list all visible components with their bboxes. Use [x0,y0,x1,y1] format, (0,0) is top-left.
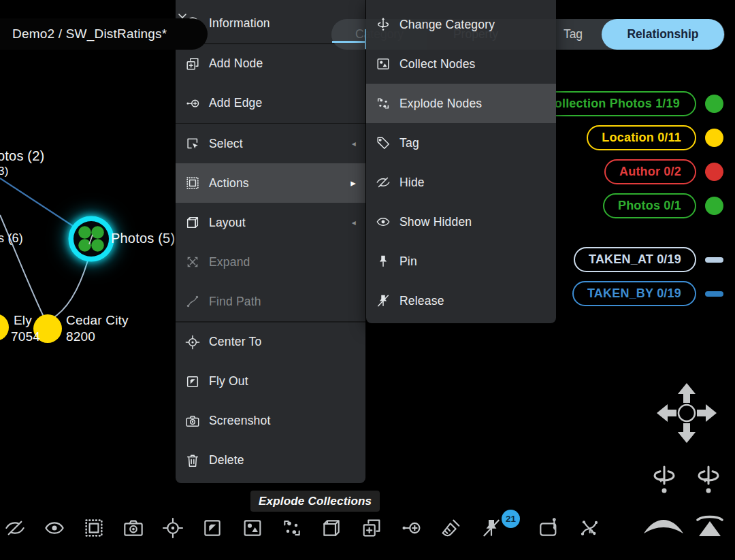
legend-row-location-0-11: Location 0/11 [587,125,723,150]
graph-canvas[interactable]: Collection Photos 1/19Location 0/11Autho… [0,0,735,560]
menu-item-hide[interactable]: Hide [366,163,556,202]
eye-icon [376,214,391,229]
toolbar-eye-button[interactable] [44,517,65,539]
menu-item-label: Change Category [399,18,495,32]
menu-item-center-to[interactable]: Center To [176,323,365,362]
legend-pill[interactable]: TAKEN_BY 0/19 [572,281,696,306]
toolbar-brush-button[interactable] [440,517,462,539]
menu-item-show-hidden[interactable]: Show Hidden [366,202,556,242]
menu-item-label: Screenshot [209,414,271,428]
select-cursor-icon [185,136,200,151]
menu-item-label: Show Hidden [399,215,472,229]
menu-item-screenshot[interactable]: Screenshot [176,401,365,441]
category-tab-underline [332,41,365,43]
center-to-icon [185,335,200,350]
menu-item-delete[interactable]: Delete [176,441,365,480]
menu-item-explode-nodes[interactable]: Explode Nodes [366,84,556,123]
screenshot-camera-icon [185,414,200,429]
menu-item-release[interactable]: Release [366,281,556,320]
menu-item-label: Information [209,16,270,31]
graph-node-label: Ely [14,313,32,328]
menu-item-label: Layout [209,216,246,230]
explode-nodes-icon [281,517,303,539]
tab-relationship[interactable]: Relationship [602,19,724,50]
tooltip: Explode Collections [250,491,380,512]
whiteboard-pen-icon [538,517,560,539]
menu-item-expand[interactable]: Expand [176,242,365,282]
add-edge-icon [185,96,200,111]
menu-item-change-category[interactable]: Change Category [366,5,556,44]
menu-item-select[interactable]: Select◂ [176,124,365,163]
menu-item-label: Collect Nodes [399,57,476,71]
menu-item-fly-out[interactable]: Fly Out [176,362,365,401]
toolbar-whiteboard-pen-button[interactable] [538,517,560,539]
title-menu-button[interactable] [174,7,191,24]
add-edge-icon [400,517,422,539]
menu-item-add-edge[interactable]: Add Edge [176,84,365,123]
ely-node[interactable] [0,314,9,341]
legend-pill[interactable]: TAKEN_AT 0/19 [574,247,696,272]
graph-node-label: Photos (5) [111,231,175,246]
toolbar-eye-off-button[interactable] [4,517,26,539]
legend-pill[interactable]: Author 0/2 [604,159,696,184]
legend-dash-marker[interactable] [705,291,723,297]
menu-item-add-node[interactable]: Add Node [176,44,365,84]
graph-edge[interactable] [51,261,88,319]
toolbar-add-edge-button[interactable] [400,517,422,539]
legend-row-author-0-2: Author 0/2 [604,159,723,184]
add-node-icon [361,517,382,539]
context-menu: InformationAdd NodeAdd EdgeSelect◂Action… [176,0,365,483]
chevron-down-icon [174,7,191,24]
legend-row-photos-0-1: Photos 0/1 [603,193,723,218]
menu-item-label: Hide [399,176,425,190]
photos-collection-node[interactable] [71,218,112,259]
tooltip-text: Explode Collections [259,495,372,508]
legend-circle-marker[interactable] [705,163,723,181]
pin-slash-icon [376,293,391,308]
pan-right-arrow-icon [697,404,717,422]
toolbar-screenshot-camera-button[interactable] [122,517,144,539]
menu-item-label: Center To [209,335,261,349]
legend-circle-marker[interactable] [705,129,723,147]
flatten-down-button[interactable] [642,514,685,539]
legend-pill[interactable]: Location 0/11 [587,125,696,150]
screenshot-camera-icon [122,517,144,539]
legend-row-taken-by-0-19: TAKEN_BY 0/19 [572,281,723,306]
menu-item-label: Explode Nodes [399,97,482,111]
graph-node-label: s (6) [0,231,23,246]
menu-item-tag[interactable]: Tag [366,123,556,163]
expand-arrows-icon [185,254,200,269]
eye-icon [44,517,65,539]
trash-icon [185,453,200,468]
legend-circle-marker[interactable] [705,197,723,215]
toolbar-add-node-button[interactable] [361,517,382,539]
legend-row-collection-photos-1-19: Collection Photos 1/19 [531,91,723,116]
legend-pill[interactable]: Photos 0/1 [603,193,696,218]
pinned-count-badge: 21 [502,510,520,528]
orbit-left-button[interactable] [649,465,679,500]
pan-up-arrow-icon [678,383,696,403]
orbit-right-button[interactable] [693,465,723,500]
toolbar-actions-grid-button[interactable] [83,517,105,539]
toolbar-layout-cube-button[interactable] [321,517,342,539]
menu-item-collect-nodes[interactable]: Collect Nodes [366,44,556,84]
collect-nodes-icon [376,56,391,71]
graph-node-label: 3) [0,165,9,178]
menu-item-actions[interactable]: Actions▸ [176,163,365,203]
menu-item-layout[interactable]: Layout◂ [176,203,365,242]
toolbar-pin-slash-button[interactable] [480,517,502,539]
raise-up-button[interactable] [691,514,729,539]
brush-icon [440,517,462,539]
toolbar-fly-out-button[interactable] [201,517,223,539]
toolbar-center-to-button[interactable] [162,517,184,539]
toolbar-collect-nodes-button[interactable] [242,517,263,539]
menu-item-find-path[interactable]: Find Path [176,282,365,321]
pan-pad[interactable] [649,376,724,450]
legend-circle-marker[interactable] [705,95,723,113]
toolbar-edge-cut-button[interactable] [578,517,600,539]
graph-node-label: 7054 [11,329,40,344]
toolbar-explode-nodes-button[interactable] [281,517,303,539]
legend-dash-marker[interactable] [705,257,723,263]
menu-item-pin[interactable]: Pin [366,242,556,281]
menu-item-label: Add Node [209,56,263,71]
